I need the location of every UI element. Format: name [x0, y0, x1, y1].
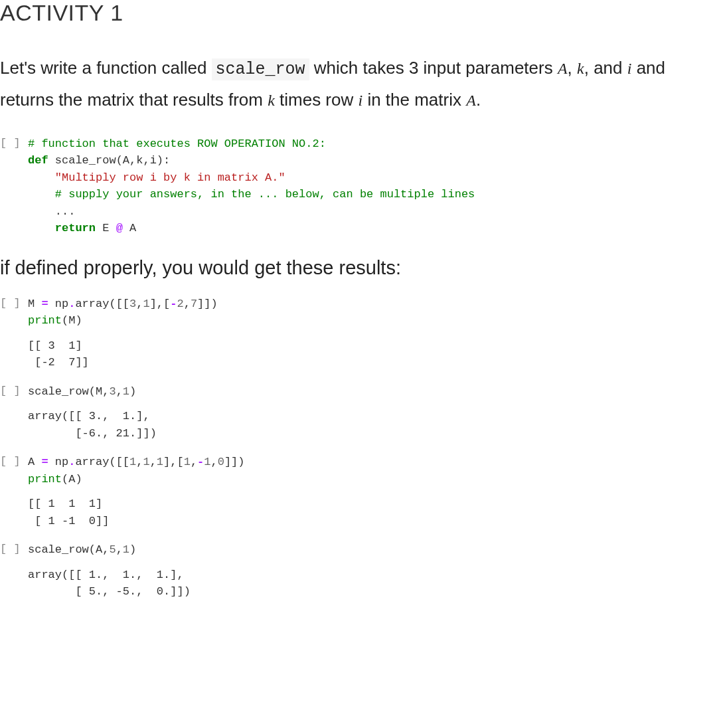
- code-text: A: [123, 222, 136, 234]
- code-text: array([[: [75, 298, 129, 310]
- code-text: ...: [55, 205, 76, 218]
- code-comment: # supply your answers, in the ... below,…: [55, 188, 475, 201]
- code-text: A: [28, 456, 41, 468]
- code-operator: @: [116, 222, 123, 234]
- code-text: ],[: [163, 456, 184, 468]
- cell-prompt: [ ]: [0, 136, 28, 237]
- code-text: ],[: [150, 298, 171, 310]
- code-text: ,: [136, 456, 143, 468]
- desc-text: times row: [275, 90, 358, 110]
- code-comment: # function that executes ROW OPERATION N…: [28, 137, 326, 150]
- code-cell: [ ] # function that executes ROW OPERATI…: [0, 136, 717, 237]
- code-number: 1: [157, 456, 163, 468]
- code-text: ): [129, 543, 136, 556]
- desc-text: which takes 3 input parameters: [309, 58, 558, 78]
- code-text: np: [48, 298, 69, 310]
- code-block: M = np.array([[3,1],[-2,7]]) print(M): [28, 296, 717, 329]
- code-string: "Multiply row i by k in matrix A.": [55, 171, 285, 184]
- code-cell: [ ] scale_row(A,5,1) array([[ 1., 1., 1.…: [0, 541, 717, 600]
- output-block: array([[ 3., 1.], [-6., 21.]]): [28, 408, 717, 442]
- code-text: ,: [116, 385, 123, 398]
- code-cell: [ ] scale_row(M,3,1) array([[ 3., 1.], […: [0, 383, 717, 442]
- code-text: ,: [116, 543, 123, 556]
- cell-content[interactable]: # function that executes ROW OPERATION N…: [28, 136, 717, 237]
- code-number: 1: [143, 298, 149, 310]
- code-keyword: def: [28, 154, 48, 167]
- code-text: ,: [136, 298, 143, 310]
- code-number: 0: [218, 456, 224, 468]
- activity-heading: ACTIVITY 1: [0, 0, 717, 26]
- output-block: [[ 3 1] [-2 7]]: [28, 337, 717, 371]
- code-keyword: return: [55, 222, 96, 234]
- code-text: scale_row(M,: [28, 385, 109, 398]
- results-heading: if defined properly, you would get these…: [0, 257, 717, 279]
- desc-text: .: [476, 90, 481, 110]
- code-builtin: print: [28, 314, 62, 327]
- cell-prompt: [ ]: [0, 296, 28, 371]
- code-text: ,: [150, 456, 157, 468]
- activity-description: Let's write a function called scale_row …: [0, 52, 717, 116]
- code-block: A = np.array([[1,1,1],[1,-1,0]]) print(A…: [28, 454, 717, 488]
- code-number: 1: [184, 456, 191, 468]
- var-A: A: [558, 60, 568, 77]
- code-text: ,: [191, 456, 197, 468]
- var-k: k: [577, 60, 584, 77]
- code-text: M: [28, 298, 41, 310]
- desc-text: Let's write a function called: [0, 58, 212, 78]
- code-number: 5: [109, 543, 116, 556]
- code-text: ,: [184, 298, 191, 310]
- code-operator: =: [41, 298, 48, 310]
- code-text: ,: [210, 456, 217, 468]
- desc-text: ,: [568, 58, 577, 78]
- code-number: 1: [123, 543, 129, 556]
- cell-prompt: [ ]: [0, 383, 28, 442]
- cell-content[interactable]: M = np.array([[3,1],[-2,7]]) print(M) [[…: [28, 296, 717, 371]
- output-block: array([[ 1., 1., 1.], [ 5., -5., 0.]]): [28, 567, 717, 600]
- code-text: array([[: [75, 456, 129, 468]
- desc-text: in the matrix: [362, 90, 466, 110]
- code-number: 1: [143, 456, 149, 468]
- code-operator: .: [68, 456, 75, 468]
- cell-prompt: [ ]: [0, 454, 28, 529]
- code-cell: [ ] A = np.array([[1,1,1],[1,-1,0]]) pri…: [0, 454, 717, 529]
- code-builtin: print: [28, 473, 62, 486]
- output-block: [[ 1 1 1] [ 1 -1 0]]: [28, 496, 717, 529]
- code-block: scale_row(M,3,1): [28, 383, 717, 401]
- cell-content[interactable]: A = np.array([[1,1,1],[1,-1,0]]) print(A…: [28, 454, 717, 529]
- code-operator: .: [68, 298, 75, 310]
- code-text: scale_row(A,: [28, 543, 109, 556]
- code-text: (M): [62, 314, 82, 327]
- code-operator: -: [170, 298, 177, 310]
- desc-text: , and: [584, 58, 627, 78]
- code-text: (A): [62, 473, 82, 486]
- code-operator: -: [197, 456, 204, 468]
- code-operator: =: [41, 456, 48, 468]
- var-A: A: [466, 92, 476, 109]
- code-number: 1: [129, 456, 136, 468]
- code-text: scale_row(A,k,i):: [48, 154, 171, 167]
- code-cell: [ ] M = np.array([[3,1],[-2,7]]) print(M…: [0, 296, 717, 371]
- code-number: 3: [109, 385, 116, 398]
- cell-content[interactable]: scale_row(A,5,1) array([[ 1., 1., 1.], […: [28, 541, 717, 600]
- code-block: scale_row(A,5,1): [28, 541, 717, 559]
- cell-prompt: [ ]: [0, 541, 28, 600]
- code-text: np: [48, 456, 69, 468]
- code-number: 1: [123, 385, 129, 398]
- var-k: k: [268, 92, 275, 109]
- cell-content[interactable]: scale_row(M,3,1) array([[ 3., 1.], [-6.,…: [28, 383, 717, 442]
- code-text: ]]): [197, 298, 218, 310]
- code-text: ): [129, 385, 136, 398]
- code-number: 2: [177, 298, 183, 310]
- code-text: ]]): [224, 456, 245, 468]
- code-text: E: [96, 222, 116, 234]
- code-number: 1: [204, 456, 210, 468]
- code-number: 3: [129, 298, 136, 310]
- code-number: 7: [191, 298, 197, 310]
- desc-code-inline: scale_row: [212, 58, 309, 80]
- code-block: # function that executes ROW OPERATION N…: [28, 136, 717, 237]
